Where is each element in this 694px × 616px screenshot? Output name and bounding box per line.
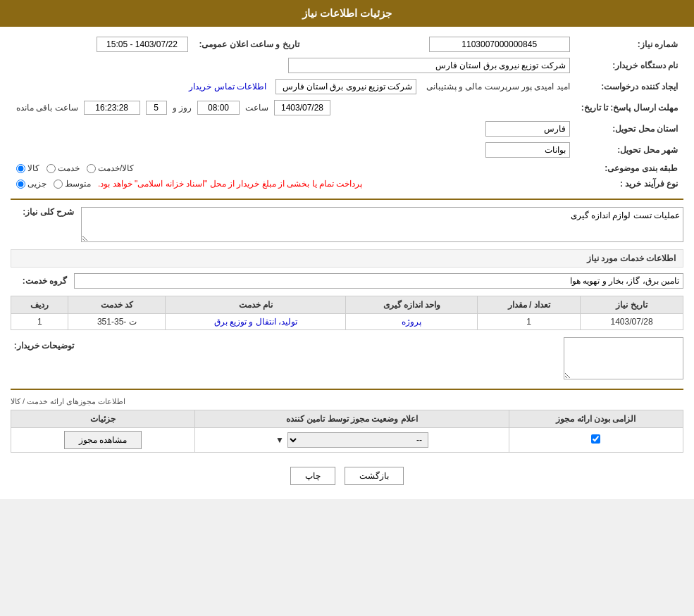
days-label-static: روز و [173, 103, 192, 113]
print-button[interactable]: چاپ [290, 467, 335, 485]
need-description-textarea[interactable] [81, 207, 683, 242]
services-table-header-row: تاریخ نیاز تعداد / مقدار واحد اندازه گیر… [11, 296, 683, 314]
category-kala-khidmat-label: کالا/خدمت [98, 163, 134, 173]
table-row: 1403/07/28 1 پروژه تولید، انتقال و توزیع… [11, 314, 683, 330]
purchase-type-juzyi-radio[interactable] [16, 180, 25, 189]
license-col-details: جزئیات [11, 410, 195, 428]
view-license-button[interactable]: مشاهده مجوز [64, 431, 142, 449]
purchase-type-value-cell: پرداخت تمام یا بخشی از مبلغ خریدار از مح… [11, 176, 576, 191]
category-value-cell: کالا/خدمت خدمت کالا [11, 161, 576, 176]
divider-1 [11, 199, 683, 200]
creator-input [275, 79, 416, 94]
deadline-time-input [197, 101, 240, 115]
purchase-type-note: پرداخت تمام یا بخشی از مبلغ خریدار از مح… [98, 179, 362, 189]
cell-code: ت -35-351 [68, 314, 166, 330]
creator-link[interactable]: اطلاعات تماس خریدار [189, 82, 266, 92]
license-status-cell: -- ▼ [195, 428, 509, 453]
creator-row: ایجاد کننده درخواست: امید امیدی پور سرپر… [11, 76, 683, 97]
category-khidmat-label: خدمت [58, 163, 80, 173]
category-kala-khidmat[interactable]: کالا/خدمت [87, 163, 134, 173]
category-khidmat-radio[interactable] [47, 164, 56, 173]
category-khidmat[interactable]: خدمت [47, 163, 80, 173]
chevron-down-icon: ▼ [275, 435, 284, 445]
need-desc-label: شرح کلی نیاز: [23, 207, 74, 217]
page-title: جزئیات اطلاعات نیاز [302, 7, 392, 19]
services-section-title: اطلاعات خدمات مورد نیاز [11, 249, 683, 268]
date-label: تاریخ و ساعت اعلان عمومی: [194, 34, 305, 55]
main-content: شماره نیاز: تاریخ و ساعت اعلان عمومی: نا… [0, 27, 694, 499]
back-button[interactable]: بازگشت [345, 467, 404, 485]
page-header: جزئیات اطلاعات نیاز [0, 0, 694, 27]
deadline-days-input [146, 101, 167, 115]
buyer-name-input [288, 58, 570, 73]
province-input [485, 121, 570, 137]
divider-2 [11, 389, 683, 390]
deadline-time2-input [84, 101, 140, 115]
cell-name: تولید، انتقال و توزیع برق [166, 314, 346, 330]
service-group-label: گروه خدمت: [11, 276, 74, 286]
category-label: طبقه بندی موضوعی: [576, 161, 683, 176]
category-row: طبقه بندی موضوعی: کالا/خدمت خدمت کالا [11, 161, 683, 176]
cell-date: 1403/07/28 [581, 314, 683, 330]
category-kala-radio[interactable] [16, 164, 25, 173]
province-label: استان محل تحویل: [576, 118, 683, 139]
creator-label: ایجاد کننده درخواست: [576, 76, 683, 97]
category-kala[interactable]: کالا [16, 163, 39, 173]
category-kala-label: کالا [27, 163, 39, 173]
buyer-notes-textarea[interactable] [564, 337, 683, 379]
deadline-date-input [274, 100, 330, 115]
date-value-cell [11, 34, 194, 55]
services-table: تاریخ نیاز تعداد / مقدار واحد اندازه گیر… [11, 296, 683, 330]
remaining-label: ساعت باقی مانده [16, 103, 78, 113]
creator-person: امید امیدی پور سرپرست مالی و پشتیبانی [426, 82, 570, 92]
license-header-row: الزامی بودن ارائه مجوز اعلام وضعیت مجوز … [11, 410, 683, 428]
license-status-select[interactable]: -- [287, 432, 428, 448]
need-number-input [429, 37, 570, 52]
license-table-body: -- ▼ مشاهده مجوز [11, 428, 683, 453]
info-table: شماره نیاز: تاریخ و ساعت اعلان عمومی: نا… [11, 34, 683, 191]
purchase-type-mutawaset-label: متوسط [65, 179, 91, 189]
category-kala-khidmat-radio[interactable] [87, 164, 96, 173]
deadline-label: مهلت ارسال پاسخ: تا تاریخ: [576, 97, 683, 118]
license-details-cell: مشاهده مجوز [11, 428, 195, 453]
buyer-notes-box-wrapper [81, 337, 683, 382]
need-number-row: شماره نیاز: تاریخ و ساعت اعلان عمومی: [11, 34, 683, 55]
license-col-required: الزامی بودن ارائه مجوز [509, 410, 683, 428]
buyer-name-value-cell [11, 55, 576, 76]
cell-quantity: 1 [478, 314, 581, 330]
purchase-type-mutawaset-radio[interactable] [54, 180, 63, 189]
city-row: شهر محل تحویل: [11, 139, 683, 161]
license-section-title: اطلاعات مجوزهای ارائه خدمت / کالا [11, 397, 683, 406]
purchase-type-row: نوع فرآیند خرید : پرداخت تمام یا بخشی از… [11, 176, 683, 191]
buyer-notes-section: توضیحات خریدار: [11, 337, 683, 382]
license-table: الزامی بودن ارائه مجوز اعلام وضعیت مجوز … [11, 410, 683, 453]
license-col-status: اعلام وضعیت مجوز توسط تامین کننده [195, 410, 509, 428]
city-input [485, 142, 570, 158]
cell-unit: پروژه [346, 314, 478, 330]
service-group-row: گروه خدمت: [11, 273, 683, 289]
buyer-name-row: نام دستگاه خریدار: [11, 55, 683, 76]
cell-row: 1 [11, 314, 68, 330]
license-required-checkbox[interactable] [591, 434, 600, 444]
purchase-type-mutawaset[interactable]: متوسط [54, 179, 91, 189]
purchase-type-juzyi-label: جزیی [27, 179, 47, 189]
license-required-cell [509, 428, 683, 453]
purchase-type-label: نوع فرآیند خرید : [576, 176, 683, 191]
services-table-body: 1403/07/28 1 پروژه تولید، انتقال و توزیع… [11, 314, 683, 330]
col-row: ردیف [11, 296, 68, 314]
license-row: -- ▼ مشاهده مجوز [11, 428, 683, 453]
creator-value-cell: امید امیدی پور سرپرست مالی و پشتیبانی اط… [11, 76, 576, 97]
buyer-notes-label-wrapper: توضیحات خریدار: [11, 337, 81, 382]
deadline-row: مهلت ارسال پاسخ: تا تاریخ: ساعت روز و سا… [11, 97, 683, 118]
services-section: گروه خدمت: [11, 273, 683, 289]
bottom-buttons: بازگشت چاپ [11, 460, 683, 492]
city-label: شهر محل تحویل: [576, 139, 683, 161]
purchase-type-juzyi[interactable]: جزیی [16, 179, 47, 189]
need-number-label: شماره نیاز: [576, 34, 683, 55]
license-table-header: الزامی بودن ارائه مجوز اعلام وضعیت مجوز … [11, 410, 683, 428]
need-number-value-cell [305, 34, 576, 55]
deadline-value-cell: ساعت روز و ساعت باقی مانده [11, 97, 576, 118]
city-value-cell [11, 139, 576, 161]
province-value-cell [11, 118, 576, 139]
province-row: استان محل تحویل: [11, 118, 683, 139]
